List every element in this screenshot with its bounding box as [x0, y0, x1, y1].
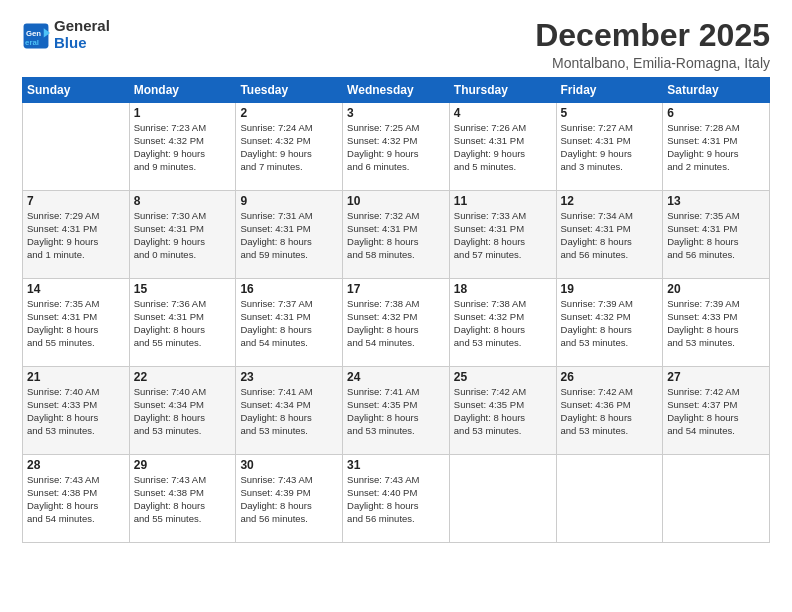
cell-3-6: 27Sunrise: 7:42 AMSunset: 4:37 PMDayligh… [663, 367, 770, 455]
cell-3-4: 25Sunrise: 7:42 AMSunset: 4:35 PMDayligh… [449, 367, 556, 455]
cell-4-4 [449, 455, 556, 543]
day-number-27: 27 [667, 370, 765, 384]
day-info-11: Sunrise: 7:33 AMSunset: 4:31 PMDaylight:… [454, 210, 552, 261]
header-tuesday: Tuesday [236, 78, 343, 103]
day-info-18: Sunrise: 7:38 AMSunset: 4:32 PMDaylight:… [454, 298, 552, 349]
cell-4-5 [556, 455, 663, 543]
logo-line2: Blue [54, 35, 110, 52]
page-header: Gen eral General Blue December 2025 Mont… [22, 18, 770, 71]
day-number-8: 8 [134, 194, 232, 208]
day-info-26: Sunrise: 7:42 AMSunset: 4:36 PMDaylight:… [561, 386, 659, 437]
svg-text:Gen: Gen [26, 29, 41, 38]
day-number-13: 13 [667, 194, 765, 208]
day-info-23: Sunrise: 7:41 AMSunset: 4:34 PMDaylight:… [240, 386, 338, 437]
month-title: December 2025 [535, 18, 770, 53]
cell-4-2: 30Sunrise: 7:43 AMSunset: 4:39 PMDayligh… [236, 455, 343, 543]
cell-3-2: 23Sunrise: 7:41 AMSunset: 4:34 PMDayligh… [236, 367, 343, 455]
cell-3-3: 24Sunrise: 7:41 AMSunset: 4:35 PMDayligh… [343, 367, 450, 455]
week-row-0: 1Sunrise: 7:23 AMSunset: 4:32 PMDaylight… [23, 103, 770, 191]
day-number-16: 16 [240, 282, 338, 296]
day-number-1: 1 [134, 106, 232, 120]
cell-0-5: 5Sunrise: 7:27 AMSunset: 4:31 PMDaylight… [556, 103, 663, 191]
cell-0-4: 4Sunrise: 7:26 AMSunset: 4:31 PMDaylight… [449, 103, 556, 191]
logo-line1: General [54, 18, 110, 35]
day-info-5: Sunrise: 7:27 AMSunset: 4:31 PMDaylight:… [561, 122, 659, 173]
day-number-2: 2 [240, 106, 338, 120]
day-info-1: Sunrise: 7:23 AMSunset: 4:32 PMDaylight:… [134, 122, 232, 173]
day-info-20: Sunrise: 7:39 AMSunset: 4:33 PMDaylight:… [667, 298, 765, 349]
header-monday: Monday [129, 78, 236, 103]
header-sunday: Sunday [23, 78, 130, 103]
logo-icon: Gen eral [22, 22, 50, 50]
cell-4-0: 28Sunrise: 7:43 AMSunset: 4:38 PMDayligh… [23, 455, 130, 543]
day-info-17: Sunrise: 7:38 AMSunset: 4:32 PMDaylight:… [347, 298, 445, 349]
cell-1-0: 7Sunrise: 7:29 AMSunset: 4:31 PMDaylight… [23, 191, 130, 279]
day-number-19: 19 [561, 282, 659, 296]
cell-1-1: 8Sunrise: 7:30 AMSunset: 4:31 PMDaylight… [129, 191, 236, 279]
cell-3-0: 21Sunrise: 7:40 AMSunset: 4:33 PMDayligh… [23, 367, 130, 455]
day-info-2: Sunrise: 7:24 AMSunset: 4:32 PMDaylight:… [240, 122, 338, 173]
day-info-3: Sunrise: 7:25 AMSunset: 4:32 PMDaylight:… [347, 122, 445, 173]
cell-4-3: 31Sunrise: 7:43 AMSunset: 4:40 PMDayligh… [343, 455, 450, 543]
day-number-7: 7 [27, 194, 125, 208]
logo: Gen eral General Blue [22, 18, 110, 51]
cell-1-5: 12Sunrise: 7:34 AMSunset: 4:31 PMDayligh… [556, 191, 663, 279]
day-info-27: Sunrise: 7:42 AMSunset: 4:37 PMDaylight:… [667, 386, 765, 437]
cell-0-0 [23, 103, 130, 191]
day-number-10: 10 [347, 194, 445, 208]
day-number-17: 17 [347, 282, 445, 296]
day-info-14: Sunrise: 7:35 AMSunset: 4:31 PMDaylight:… [27, 298, 125, 349]
day-number-23: 23 [240, 370, 338, 384]
day-number-30: 30 [240, 458, 338, 472]
day-number-4: 4 [454, 106, 552, 120]
day-number-6: 6 [667, 106, 765, 120]
cell-0-2: 2Sunrise: 7:24 AMSunset: 4:32 PMDaylight… [236, 103, 343, 191]
day-info-15: Sunrise: 7:36 AMSunset: 4:31 PMDaylight:… [134, 298, 232, 349]
day-info-6: Sunrise: 7:28 AMSunset: 4:31 PMDaylight:… [667, 122, 765, 173]
day-info-19: Sunrise: 7:39 AMSunset: 4:32 PMDaylight:… [561, 298, 659, 349]
day-number-12: 12 [561, 194, 659, 208]
day-number-25: 25 [454, 370, 552, 384]
day-info-22: Sunrise: 7:40 AMSunset: 4:34 PMDaylight:… [134, 386, 232, 437]
day-info-29: Sunrise: 7:43 AMSunset: 4:38 PMDaylight:… [134, 474, 232, 525]
day-info-25: Sunrise: 7:42 AMSunset: 4:35 PMDaylight:… [454, 386, 552, 437]
day-number-15: 15 [134, 282, 232, 296]
day-info-8: Sunrise: 7:30 AMSunset: 4:31 PMDaylight:… [134, 210, 232, 261]
day-number-20: 20 [667, 282, 765, 296]
day-info-24: Sunrise: 7:41 AMSunset: 4:35 PMDaylight:… [347, 386, 445, 437]
svg-text:eral: eral [25, 37, 39, 46]
cell-3-1: 22Sunrise: 7:40 AMSunset: 4:34 PMDayligh… [129, 367, 236, 455]
header-friday: Friday [556, 78, 663, 103]
day-number-11: 11 [454, 194, 552, 208]
cell-1-3: 10Sunrise: 7:32 AMSunset: 4:31 PMDayligh… [343, 191, 450, 279]
cell-4-6 [663, 455, 770, 543]
cell-2-5: 19Sunrise: 7:39 AMSunset: 4:32 PMDayligh… [556, 279, 663, 367]
header-wednesday: Wednesday [343, 78, 450, 103]
cell-4-1: 29Sunrise: 7:43 AMSunset: 4:38 PMDayligh… [129, 455, 236, 543]
day-number-5: 5 [561, 106, 659, 120]
day-number-29: 29 [134, 458, 232, 472]
cell-0-3: 3Sunrise: 7:25 AMSunset: 4:32 PMDaylight… [343, 103, 450, 191]
day-info-21: Sunrise: 7:40 AMSunset: 4:33 PMDaylight:… [27, 386, 125, 437]
week-row-1: 7Sunrise: 7:29 AMSunset: 4:31 PMDaylight… [23, 191, 770, 279]
day-number-31: 31 [347, 458, 445, 472]
cell-2-0: 14Sunrise: 7:35 AMSunset: 4:31 PMDayligh… [23, 279, 130, 367]
day-number-14: 14 [27, 282, 125, 296]
day-number-26: 26 [561, 370, 659, 384]
day-info-16: Sunrise: 7:37 AMSunset: 4:31 PMDaylight:… [240, 298, 338, 349]
header-thursday: Thursday [449, 78, 556, 103]
location: Montalbano, Emilia-Romagna, Italy [535, 55, 770, 71]
day-info-4: Sunrise: 7:26 AMSunset: 4:31 PMDaylight:… [454, 122, 552, 173]
cell-3-5: 26Sunrise: 7:42 AMSunset: 4:36 PMDayligh… [556, 367, 663, 455]
cell-2-6: 20Sunrise: 7:39 AMSunset: 4:33 PMDayligh… [663, 279, 770, 367]
cell-1-2: 9Sunrise: 7:31 AMSunset: 4:31 PMDaylight… [236, 191, 343, 279]
day-number-24: 24 [347, 370, 445, 384]
cell-0-1: 1Sunrise: 7:23 AMSunset: 4:32 PMDaylight… [129, 103, 236, 191]
header-row: Sunday Monday Tuesday Wednesday Thursday… [23, 78, 770, 103]
calendar-page: Gen eral General Blue December 2025 Mont… [0, 0, 792, 612]
cell-1-6: 13Sunrise: 7:35 AMSunset: 4:31 PMDayligh… [663, 191, 770, 279]
day-info-28: Sunrise: 7:43 AMSunset: 4:38 PMDaylight:… [27, 474, 125, 525]
day-info-31: Sunrise: 7:43 AMSunset: 4:40 PMDaylight:… [347, 474, 445, 525]
day-number-21: 21 [27, 370, 125, 384]
cell-0-6: 6Sunrise: 7:28 AMSunset: 4:31 PMDaylight… [663, 103, 770, 191]
